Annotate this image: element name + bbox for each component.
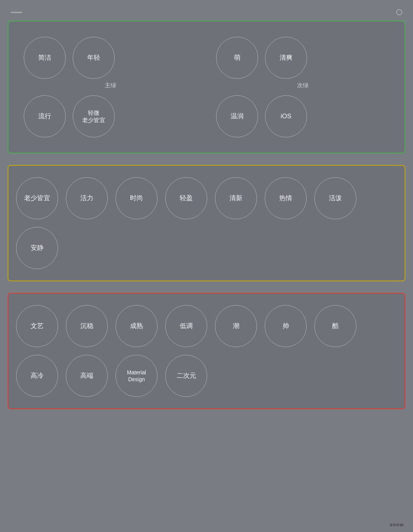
section-red: 文艺 沉稳 成熟 低调 潮 帅 酷 高冷 高端 MaterialDesign 二… (8, 293, 405, 409)
circle-huoli[interactable]: 活力 (66, 177, 108, 219)
circle-chenwen[interactable]: 沉稳 (66, 305, 108, 347)
row-1: 简洁 年轻 (24, 37, 197, 79)
circle-ios[interactable]: iOS (265, 95, 307, 137)
top-bar (8, 8, 405, 17)
circle-shuai[interactable]: 帅 (265, 305, 307, 347)
circle-chao[interactable]: 潮 (215, 305, 257, 347)
section-yellow: 老少皆宜 活力 时尚 轻盈 清新 热情 活泼 安静 (8, 165, 405, 281)
circle-meng[interactable]: 萌 (216, 37, 258, 79)
row-1: 萌 清爽 (216, 37, 389, 79)
footer-brand: snow (390, 522, 404, 527)
circle-reqing[interactable]: 热情 (265, 177, 307, 219)
menu-icon (11, 12, 22, 13)
circle-erciyuan[interactable]: 二次元 (165, 355, 207, 397)
row-2: 温润 iOS (216, 95, 389, 137)
close-icon (396, 9, 402, 15)
red-circle-grid: 文艺 沉稳 成熟 低调 潮 帅 酷 高冷 高端 MaterialDesign 二… (16, 301, 397, 401)
label-cilv: 次绿 (216, 82, 389, 89)
circle-huopo[interactable]: 活泼 (314, 177, 356, 219)
circle-chengshu[interactable]: 成熟 (115, 305, 158, 347)
circle-shishang[interactable]: 时尚 (115, 177, 158, 219)
circle-anjing[interactable]: 安静 (16, 227, 58, 269)
circle-didiao[interactable]: 低调 (165, 305, 207, 347)
sub-panel-secondary-green: 萌 清爽 次绿 温润 iOS (208, 29, 397, 145)
circle-jianjie[interactable]: 简洁 (24, 37, 66, 79)
circle-qingshuang[interactable]: 清爽 (265, 37, 307, 79)
circle-qingwei[interactable]: 轻微老少皆宜 (73, 95, 115, 137)
section-green: 简洁 年轻 主绿 流行 轻微老少皆宜 萌 清爽 次绿 温润 iOS (8, 21, 405, 153)
circle-laoshaojiyi[interactable]: 老少皆宜 (16, 177, 58, 219)
circle-qingxin[interactable]: 清新 (215, 177, 257, 219)
circle-wenyi[interactable]: 文艺 (16, 305, 58, 347)
yellow-circle-grid: 老少皆宜 活力 时尚 轻盈 清新 热情 活泼 安静 (16, 173, 397, 273)
circle-gaoleng[interactable]: 高冷 (16, 355, 58, 397)
circle-qingying[interactable]: 轻盈 (165, 177, 207, 219)
circle-wenrun[interactable]: 温润 (216, 95, 258, 137)
sub-panel-primary-green: 简洁 年轻 主绿 流行 轻微老少皆宜 (16, 29, 205, 145)
circle-liuxing[interactable]: 流行 (24, 95, 66, 137)
circle-ku[interactable]: 酷 (314, 305, 356, 347)
circle-nianqing[interactable]: 年轻 (73, 37, 115, 79)
row-2: 流行 轻微老少皆宜 (24, 95, 197, 137)
circle-material-design[interactable]: MaterialDesign (115, 355, 158, 397)
circle-gaoduan[interactable]: 高端 (66, 355, 108, 397)
label-zhulv: 主绿 (24, 82, 197, 89)
